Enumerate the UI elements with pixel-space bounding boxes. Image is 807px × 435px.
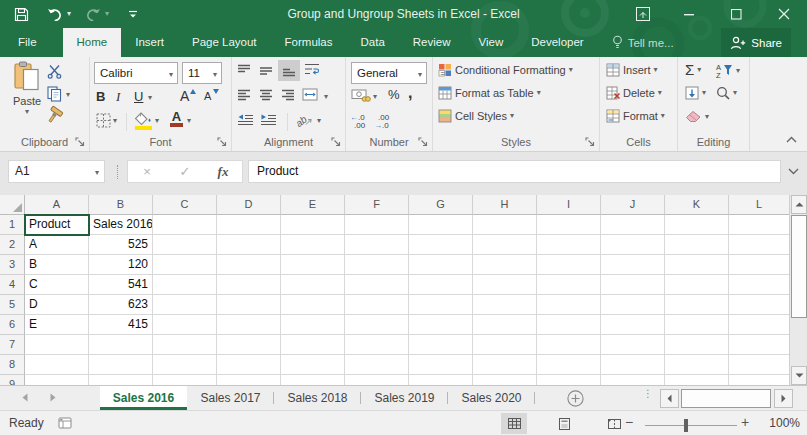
format-cells-button[interactable]: Format▾ [606, 109, 665, 123]
middle-align-button[interactable] [259, 64, 273, 77]
column-header-C[interactable]: C [153, 195, 217, 215]
cell-A9[interactable] [25, 375, 89, 385]
bold-button[interactable]: B [96, 89, 105, 104]
column-header-B[interactable]: B [89, 195, 153, 215]
collapse-ribbon-button[interactable] [786, 136, 797, 143]
cell-G8[interactable] [409, 355, 473, 375]
cell-D4[interactable] [217, 275, 281, 295]
cell-A6[interactable]: E [25, 315, 89, 335]
cell-I4[interactable] [537, 275, 601, 295]
cell-I6[interactable] [537, 315, 601, 335]
cell-H6[interactable] [473, 315, 537, 335]
cell-J7[interactable] [601, 335, 665, 355]
accounting-format-button[interactable] [351, 88, 371, 102]
column-header-I[interactable]: I [537, 195, 601, 215]
save-button[interactable] [14, 7, 29, 22]
cell-F3[interactable] [345, 255, 409, 275]
cell-E6[interactable] [281, 315, 345, 335]
delete-cells-button[interactable]: Delete▾ [606, 86, 662, 100]
ribbon-tab-home[interactable]: Home [63, 28, 122, 57]
column-header-G[interactable]: G [409, 195, 473, 215]
cell-F7[interactable] [345, 335, 409, 355]
sheet-tab-sales-2017[interactable]: Sales 2017 [187, 386, 274, 410]
cell-L5[interactable] [729, 295, 789, 315]
cell-F5[interactable] [345, 295, 409, 315]
zoom-in-button[interactable]: + [741, 414, 749, 430]
borders-button[interactable] [96, 113, 111, 128]
sort-filter-button[interactable]: AZ▾ [716, 63, 740, 78]
cell-J9[interactable] [601, 375, 665, 385]
cell-F9[interactable] [345, 375, 409, 385]
paste-button[interactable]: Paste ▾ [8, 61, 46, 133]
find-select-button[interactable]: ▾ [716, 86, 737, 100]
underline-button[interactable]: U [134, 89, 143, 104]
cell-D1[interactable] [217, 215, 281, 235]
orientation-button[interactable]: ab [295, 112, 313, 127]
cell-J2[interactable] [601, 235, 665, 255]
cell-F2[interactable] [345, 235, 409, 255]
alignment-dialog-launcher[interactable] [331, 137, 341, 147]
tell-me-box[interactable]: Tell me... [602, 28, 684, 57]
increase-indent-button[interactable] [260, 114, 277, 126]
grow-font-button[interactable]: A [180, 88, 196, 104]
column-header-L[interactable]: L [729, 195, 789, 215]
row-header-4[interactable]: 4 [0, 275, 25, 295]
align-left-button[interactable] [237, 89, 251, 102]
cell-I8[interactable] [537, 355, 601, 375]
cell-C6[interactable] [153, 315, 217, 335]
copy-dropdown-icon[interactable]: ▾ [66, 91, 70, 99]
insert-function-button[interactable]: fx [204, 164, 242, 180]
cell-styles-button[interactable]: Cell Styles▾ [438, 109, 514, 123]
row-header-8[interactable]: 8 [0, 355, 25, 375]
sheet-tab-sales-2016[interactable]: Sales 2016 [100, 386, 187, 410]
cell-L9[interactable] [729, 375, 789, 385]
horizontal-scrollbar[interactable] [660, 389, 793, 408]
cell-A2[interactable]: A [25, 235, 89, 255]
name-box-dropdown-icon[interactable]: ▾ [95, 169, 99, 177]
cell-G4[interactable] [409, 275, 473, 295]
cell-J8[interactable] [601, 355, 665, 375]
autosum-button[interactable]: Σ▾ [685, 61, 701, 78]
cell-L6[interactable] [729, 315, 789, 335]
align-right-button[interactable] [281, 89, 295, 102]
column-header-E[interactable]: E [281, 195, 345, 215]
cell-I2[interactable] [537, 235, 601, 255]
cell-K4[interactable] [665, 275, 729, 295]
shrink-font-button[interactable]: A [204, 90, 219, 102]
undo-button[interactable] [47, 8, 63, 21]
sheet-tab-sales-2018[interactable]: Sales 2018 [274, 386, 361, 410]
new-sheet-button[interactable] [567, 390, 584, 407]
cell-F4[interactable] [345, 275, 409, 295]
cell-E4[interactable] [281, 275, 345, 295]
increase-decimal-button[interactable]: ←.0.00 [350, 112, 371, 129]
cell-A8[interactable] [25, 355, 89, 375]
zoom-slider-track[interactable] [645, 425, 737, 426]
zoom-level[interactable]: 100% [760, 416, 800, 430]
font-size-combo[interactable]: 11 ▾ [182, 62, 222, 84]
cell-B4[interactable]: 541 [89, 275, 153, 295]
cell-K6[interactable] [665, 315, 729, 335]
cell-I9[interactable] [537, 375, 601, 385]
clear-button[interactable]: ▾ [685, 110, 709, 123]
number-format-dropdown-icon[interactable]: ▾ [418, 71, 422, 79]
cell-K1[interactable] [665, 215, 729, 235]
scroll-down-button[interactable] [791, 366, 807, 385]
cell-E1[interactable] [281, 215, 345, 235]
formula-bar-splitter[interactable] [117, 165, 118, 179]
cell-J3[interactable] [601, 255, 665, 275]
sheet-tab-sales-2020[interactable]: Sales 2020 [448, 386, 535, 410]
cell-C1[interactable] [153, 215, 217, 235]
redo-button[interactable] [85, 8, 101, 21]
vertical-scroll-thumb[interactable] [791, 215, 807, 318]
conditional-formatting-button[interactable]: =Conditional Formatting▾ [438, 63, 573, 77]
cell-H3[interactable] [473, 255, 537, 275]
cell-H7[interactable] [473, 335, 537, 355]
merge-center-dropdown-icon[interactable]: ▾ [324, 93, 328, 101]
cell-H1[interactable] [473, 215, 537, 235]
fill-button[interactable]: ▾ [685, 86, 706, 100]
cancel-icon[interactable]: × [128, 164, 166, 179]
cell-I1[interactable] [537, 215, 601, 235]
formula-input[interactable]: Product [248, 160, 781, 183]
scroll-up-button[interactable] [791, 195, 807, 214]
previous-sheet-button[interactable] [22, 393, 28, 402]
